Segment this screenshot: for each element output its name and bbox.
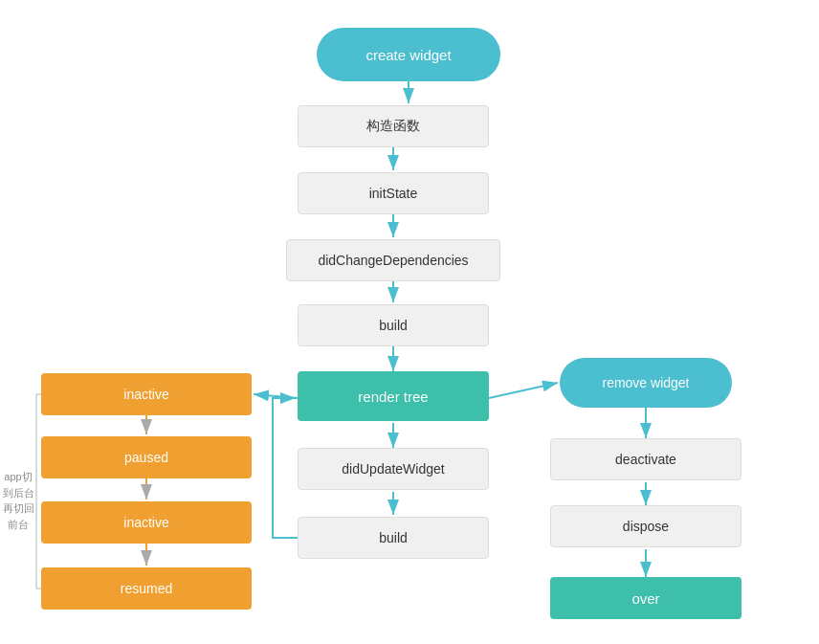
dispose-node: dispose — [550, 505, 742, 547]
init-state-node: initState — [298, 172, 489, 214]
create-widget-node: create widget — [317, 28, 500, 81]
render-tree-node: render tree — [298, 371, 489, 421]
inactive2-node: inactive — [41, 501, 252, 544]
svg-line-13 — [254, 394, 298, 398]
app-lifecycle-label: app切到后台再切回前台 — [0, 469, 36, 532]
deactivate-node: deactivate — [550, 438, 742, 480]
constructor-node: 构造函数 — [298, 105, 489, 147]
did-update-widget-node: didUpdateWidget — [298, 448, 489, 490]
build2-node: build — [298, 517, 489, 559]
did-change-deps-node: didChangeDependencies — [286, 239, 500, 281]
resumed-node: resumed — [41, 567, 252, 610]
build1-node: build — [298, 304, 489, 346]
remove-widget-node: remove widget — [560, 358, 732, 408]
diagram: create widget 构造函数 initState didChangeDe… — [0, 0, 819, 644]
over-node: over — [550, 577, 742, 619]
svg-line-9 — [489, 383, 558, 398]
inactive1-node: inactive — [41, 373, 252, 415]
paused-node: paused — [41, 436, 252, 478]
